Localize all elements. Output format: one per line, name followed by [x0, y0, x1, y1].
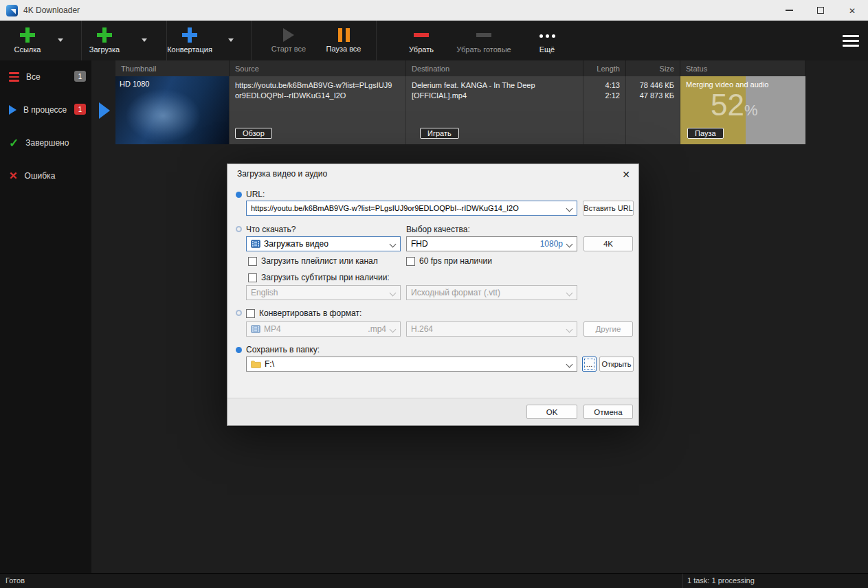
convert-format-combobox: MP4 .mp4: [246, 321, 401, 337]
fps-checkbox[interactable]: 60 fps при наличии: [406, 256, 492, 266]
paste-url-button[interactable]: Вставить URL: [583, 201, 634, 216]
save-path-value: F:\: [265, 359, 563, 369]
count-badge: 1: [74, 104, 86, 115]
chevron-down-icon: [390, 290, 397, 297]
destination-filename: Delerium feat. KANGA - In The Deep [OFFI…: [406, 76, 578, 106]
film-icon: [251, 239, 260, 249]
chevron-down-icon: [390, 326, 397, 333]
quality-combobox[interactable]: FHD 1080p: [406, 236, 577, 251]
plus-icon: [20, 27, 35, 43]
size-done: 47 873 КБ: [632, 91, 674, 101]
convert-ext-value: .mp4: [368, 324, 386, 334]
subtitle-language-combobox: English: [246, 285, 401, 300]
download-row[interactable]: HD 1080 https://youtu.be/k6BmAB9VG-w?lis…: [115, 76, 805, 144]
sidebar-item-all[interactable]: Все 1: [0, 60, 91, 93]
table-header: Thumbnail Source Destination Length Size…: [115, 60, 805, 76]
status-cell: Merging video and audio 52% Пауза: [680, 76, 805, 144]
convert-checkbox[interactable]: Конвертировать в формат:: [246, 308, 361, 318]
url-bullet-icon: [236, 192, 242, 198]
browse-folder-button[interactable]: ...: [582, 357, 597, 372]
check-icon: [9, 136, 19, 150]
chevron-down-icon[interactable]: [390, 241, 397, 248]
url-combobox[interactable]: https://youtu.be/k6BmAB9VG-w?list=PLgsIU…: [246, 201, 577, 216]
column-header-source[interactable]: Source: [230, 60, 406, 76]
window-title: 4K Downloader: [23, 5, 80, 15]
length-total: 4:13: [589, 80, 620, 91]
download-mode-combobox[interactable]: Загружать видео: [246, 236, 401, 251]
task-summary-text: 1 task: 1 processing: [687, 576, 755, 585]
sidebar: Все 1 В процессе 1 Завершено Ошибка: [0, 60, 91, 573]
chevron-down-icon[interactable]: [566, 241, 573, 248]
toolbar-separator: [81, 21, 82, 60]
video-quality-label: HD 1080: [120, 80, 149, 88]
pause-icon: [338, 28, 350, 42]
column-header-thumbnail[interactable]: Thumbnail: [115, 60, 230, 76]
length-done: 2:12: [589, 91, 620, 101]
ok-button[interactable]: OK: [526, 405, 577, 419]
plus-icon: [182, 27, 197, 43]
convert-format-value: MP4: [264, 324, 281, 334]
download-dialog: Загрузка видео и аудио URL: https://yout…: [227, 163, 639, 426]
checkbox-icon: [248, 257, 257, 266]
subtitle-language-value: English: [251, 288, 386, 297]
pause-task-button[interactable]: Пауза: [687, 128, 724, 139]
play-file-button[interactable]: Играть: [420, 128, 459, 139]
ellipsis-icon: [539, 34, 555, 38]
column-header-status[interactable]: Status: [680, 60, 805, 76]
download-mode-value: Загружать видео: [264, 239, 386, 249]
playlist-checkbox[interactable]: Загрузить плейлист или канал: [248, 256, 378, 266]
checkbox-icon: [246, 309, 255, 318]
cancel-button[interactable]: Отмена: [583, 405, 633, 419]
more-button[interactable]: Ещё: [533, 21, 561, 60]
error-icon: [9, 170, 18, 182]
add-link-button[interactable]: Ссылка: [6, 21, 49, 60]
close-icon: [849, 4, 856, 16]
url-label: URL:: [246, 190, 265, 199]
minus-icon: [476, 33, 491, 37]
url-value: https://youtu.be/k6BmAB9VG-w?list=PLgsIU…: [251, 204, 563, 212]
close-button[interactable]: [836, 0, 868, 21]
titlebar: 4K Downloader: [0, 0, 868, 21]
chevron-down-icon: [566, 290, 573, 297]
column-header-destination[interactable]: Destination: [406, 60, 583, 76]
sidebar-item-in-progress[interactable]: В процессе 1: [0, 93, 91, 126]
subtitle-format-value: Исходный формат (.vtt): [411, 288, 563, 297]
add-download-dropdown-icon[interactable]: [142, 38, 147, 42]
chevron-down-icon[interactable]: [566, 361, 573, 368]
dialog-close-button[interactable]: [618, 166, 634, 183]
maximize-button[interactable]: [805, 0, 836, 21]
add-download-button[interactable]: Загрузка: [84, 21, 125, 60]
checkbox-icon: [406, 257, 415, 266]
sidebar-item-error[interactable]: Ошибка: [0, 159, 91, 192]
what-bullet-icon: [236, 226, 242, 232]
chevron-down-icon[interactable]: [566, 205, 573, 212]
minimize-icon: [786, 10, 793, 11]
column-header-size[interactable]: Size: [626, 60, 680, 76]
save-path-combobox[interactable]: F:\: [246, 357, 577, 372]
statusbar: Готов 1 task: 1 processing: [0, 573, 868, 588]
column-header-length[interactable]: Length: [583, 60, 626, 76]
add-conversion-dropdown-icon[interactable]: [228, 38, 234, 42]
remove-completed-button: Убрать готовые: [451, 21, 517, 60]
remove-button[interactable]: Убрать: [401, 21, 441, 60]
toolbar: Ссылка Загрузка Конвертация Старт все Па…: [0, 21, 868, 60]
subtitles-checkbox[interactable]: Загрузить субтитры при наличии:: [248, 273, 390, 282]
app-logo-icon: [6, 5, 18, 16]
add-link-dropdown-icon[interactable]: [58, 38, 63, 42]
minimize-button[interactable]: [773, 0, 805, 21]
save-bullet-icon: [236, 347, 242, 353]
pause-all-button[interactable]: Пауза все: [322, 21, 365, 60]
dialog-title: Загрузка видео и аудио: [237, 169, 327, 179]
open-folder-button[interactable]: Открыть: [599, 357, 634, 372]
fourk-button[interactable]: 4K: [583, 236, 633, 251]
add-conversion-button[interactable]: Конвертация: [164, 21, 216, 60]
toolbar-separator: [376, 21, 377, 60]
sidebar-item-completed[interactable]: Завершено: [0, 126, 91, 159]
convert-codec-value: H.264: [411, 324, 563, 334]
browse-button[interactable]: Обзор: [235, 128, 272, 139]
toolbar-separator: [251, 21, 252, 60]
main-menu-button[interactable]: [840, 31, 862, 50]
status-ready-text: Готов: [5, 576, 25, 585]
subtitle-format-combobox: Исходный формат (.vtt): [406, 285, 577, 300]
quality-label: Выбор качества:: [406, 225, 470, 234]
